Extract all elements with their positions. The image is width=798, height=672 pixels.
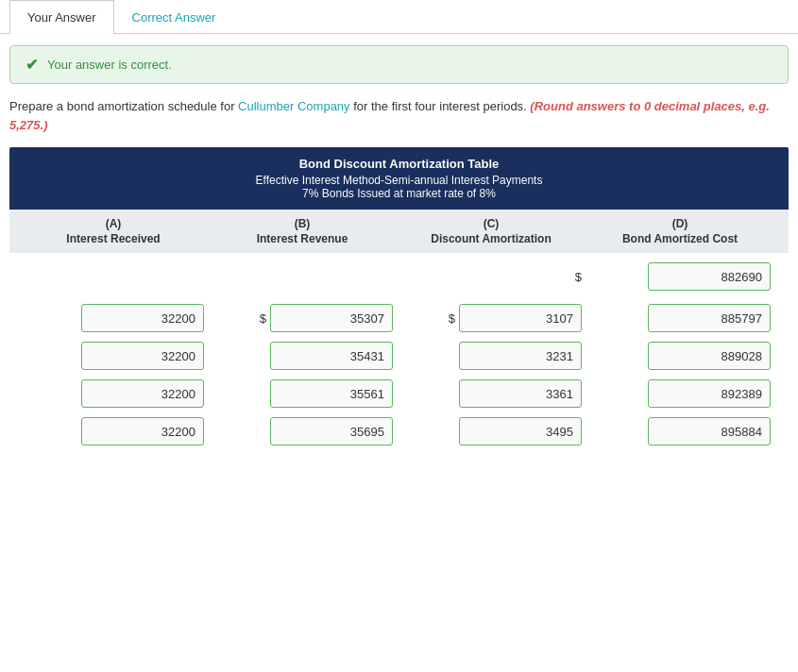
row4-cell-b <box>208 417 397 445</box>
table-header: Bond Discount Amortization Table Effecti… <box>9 147 789 210</box>
row1-b-input[interactable] <box>270 304 393 332</box>
row2-cell-c <box>397 342 586 370</box>
instruction-prefix: Prepare a bond amortization schedule for <box>9 99 238 113</box>
company-name: Cullumber Company <box>238 99 350 113</box>
row1-c-input[interactable] <box>459 304 582 332</box>
row3-b-input[interactable] <box>270 379 393 408</box>
initial-row: $ <box>19 259 779 294</box>
row2-c-input[interactable] <box>459 342 582 370</box>
row2-b-input[interactable] <box>270 342 393 370</box>
col-header-d: (D) Bond Amortized Cost <box>586 217 774 245</box>
success-message: Your answer is correct. <box>47 58 172 72</box>
row3-a-input[interactable] <box>81 379 204 408</box>
row4-b-input[interactable] <box>270 417 393 445</box>
row2-cell-a <box>19 342 208 370</box>
instruction-text: Prepare a bond amortization schedule for… <box>9 97 789 134</box>
table-subtitle1: Effective Interest Method-Semi-annual In… <box>19 174 779 187</box>
initial-cell-c: $ <box>397 270 586 284</box>
row2-cell-b <box>208 342 397 370</box>
tab-correct-answer[interactable]: Correct Answer <box>114 0 234 34</box>
row2-a-input[interactable] <box>81 342 204 370</box>
success-banner: ✔ Your answer is correct. <box>9 45 789 84</box>
row4-cell-d <box>586 417 774 445</box>
row4-cell-c <box>397 417 586 445</box>
row1-cell-c: $ <box>397 304 586 332</box>
col-c-name: Discount Amortization <box>397 232 586 245</box>
col-a-letter: (A) <box>19 217 208 230</box>
table-row: $ $ <box>19 304 779 332</box>
table-title: Bond Discount Amortization Table <box>19 157 779 171</box>
initial-dollar-sign: $ <box>575 270 582 284</box>
col-header-c: (C) Discount Amortization <box>397 217 586 245</box>
row1-c-dollar: $ <box>449 311 455 326</box>
row4-cell-a <box>19 417 208 445</box>
row3-cell-b <box>208 379 397 408</box>
table-row <box>19 379 779 408</box>
table-subtitle2: 7% Bonds Issued at market rate of 8% <box>19 187 779 200</box>
initial-cell-d <box>586 262 774 291</box>
col-b-name: Interest Revenue <box>208 232 397 245</box>
table-row <box>19 417 779 445</box>
checkmark-icon: ✔ <box>25 56 38 74</box>
row1-b-dollar: $ <box>260 311 266 326</box>
row3-cell-c <box>397 379 586 408</box>
column-headers: (A) Interest Received (B) Interest Reven… <box>9 210 789 253</box>
row3-d-input[interactable] <box>648 379 771 408</box>
row4-d-input[interactable] <box>648 417 771 445</box>
row2-cell-d <box>586 342 774 370</box>
row1-cell-b: $ <box>208 304 397 332</box>
instruction-middle: for the first four interest periods. <box>350 99 531 113</box>
row3-cell-a <box>19 379 208 408</box>
main-content: ✔ Your answer is correct. Prepare a bond… <box>0 34 798 472</box>
col-b-letter: (B) <box>208 217 397 230</box>
initial-d-input[interactable] <box>648 262 771 291</box>
table-row <box>19 342 779 370</box>
row4-a-input[interactable] <box>81 417 204 445</box>
row1-cell-a <box>19 304 208 332</box>
col-d-letter: (D) <box>586 217 774 230</box>
row1-d-input[interactable] <box>648 304 771 332</box>
row1-a-input[interactable] <box>81 304 204 332</box>
row4-c-input[interactable] <box>459 417 582 445</box>
amortization-table: Bond Discount Amortization Table Effecti… <box>9 147 789 461</box>
row3-cell-d <box>586 379 774 408</box>
row2-d-input[interactable] <box>648 342 771 370</box>
col-header-a: (A) Interest Received <box>19 217 208 245</box>
data-rows: $ $ $ <box>9 253 789 461</box>
row1-cell-d <box>586 304 774 332</box>
col-d-name: Bond Amortized Cost <box>586 232 774 245</box>
tab-your-answer[interactable]: Your Answer <box>9 0 114 34</box>
col-c-letter: (C) <box>397 217 586 230</box>
row3-c-input[interactable] <box>459 379 582 408</box>
col-header-b: (B) Interest Revenue <box>208 217 397 245</box>
tab-bar: Your Answer Correct Answer <box>0 0 798 34</box>
col-a-name: Interest Received <box>19 232 208 245</box>
